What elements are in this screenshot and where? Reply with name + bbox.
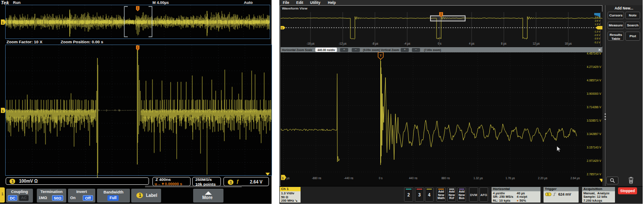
svg-text:T: T: [380, 54, 382, 58]
svg-text:1: 1: [2, 109, 4, 113]
svg-text:1: 1: [2, 21, 4, 25]
